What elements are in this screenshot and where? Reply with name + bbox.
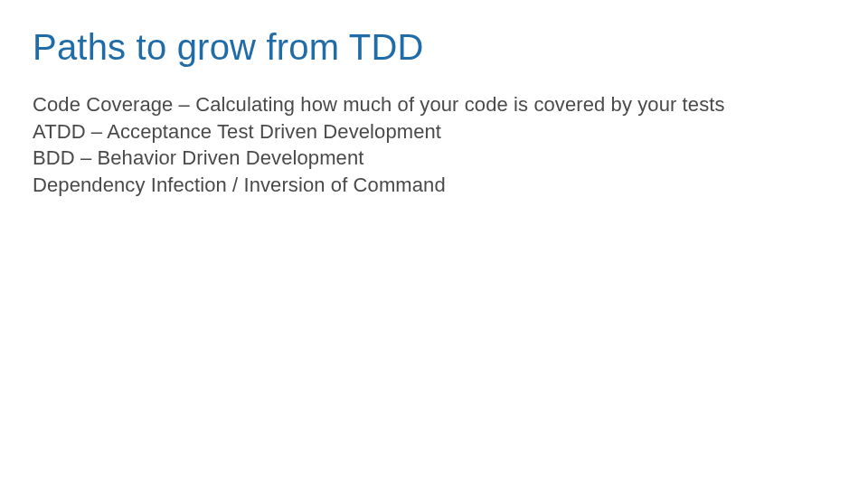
slide-title: Paths to grow from TDD [33, 27, 835, 68]
body-line: Code Coverage – Calculating how much of … [33, 91, 835, 118]
body-line: BDD – Behavior Driven Development [33, 145, 835, 172]
slide-body: Code Coverage – Calculating how much of … [33, 91, 835, 199]
body-line: ATDD – Acceptance Test Driven Developmen… [33, 118, 835, 145]
slide-container: Paths to grow from TDD Code Coverage – C… [0, 0, 868, 226]
body-line: Dependency Infection / Inversion of Comm… [33, 172, 835, 199]
